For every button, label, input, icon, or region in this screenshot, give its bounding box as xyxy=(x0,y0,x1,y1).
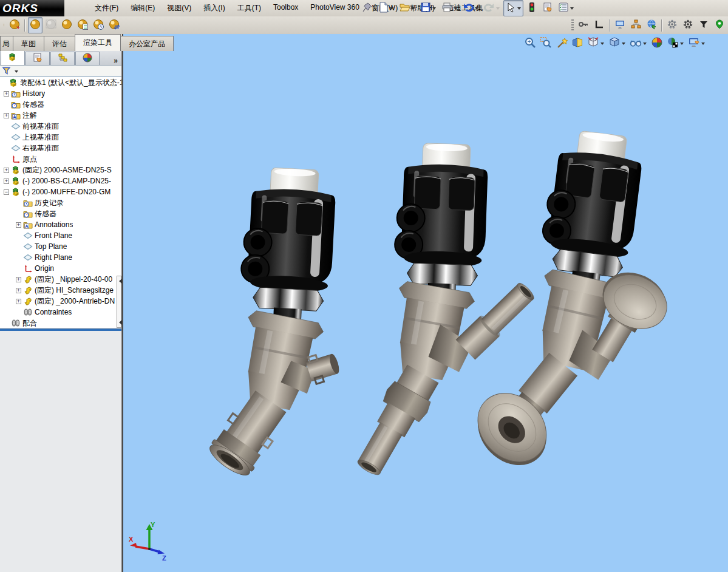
network-button[interactable] xyxy=(628,17,643,33)
zoom-fit-button[interactable] xyxy=(523,36,537,51)
rollback-bar[interactable] xyxy=(0,329,121,331)
fastener-button[interactable] xyxy=(576,17,591,33)
menu-item-插入I[interactable]: 插入(I) xyxy=(197,1,231,16)
zoom-area-button[interactable] xyxy=(539,36,553,51)
tree-expand-toggle[interactable]: + xyxy=(4,179,9,184)
pushpin-button[interactable] xyxy=(360,0,375,16)
hide-show-items-button[interactable] xyxy=(628,36,648,51)
tree-expand-toggle[interactable]: + xyxy=(4,168,9,173)
previous-view-button[interactable] xyxy=(554,36,569,51)
angle-bracket-button[interactable] xyxy=(592,17,607,33)
gear-button[interactable] xyxy=(665,17,679,33)
filter-dropdown-caret[interactable] xyxy=(15,70,18,75)
manager-tab-display-manager[interactable] xyxy=(75,52,100,65)
tree-item[interactable]: −(-) 2000-MUFFE-DN20-GM xyxy=(0,186,121,197)
tree-item[interactable]: 前视基准面 xyxy=(0,121,121,132)
tree-item[interactable]: +AAnnotations xyxy=(0,219,121,230)
apply-scene-button[interactable] xyxy=(665,36,685,51)
preview-window-button[interactable] xyxy=(44,17,58,33)
tree-item[interactable]: 历史记录 xyxy=(0,197,121,208)
menu-item-工具T[interactable]: 工具(T) xyxy=(231,1,267,16)
gear-dark-button[interactable] xyxy=(681,17,695,33)
hide-show-items-dropdown-caret[interactable] xyxy=(643,43,647,47)
menu-item-视图V[interactable]: 视图(V) xyxy=(161,1,197,16)
tree-item[interactable]: 装配体1 (默认<默认_显示状态-1 xyxy=(0,77,121,88)
tree-item[interactable]: 右视基准面 xyxy=(0,143,121,154)
section-view-button[interactable] xyxy=(570,36,585,51)
manager-tabs-overflow[interactable]: » xyxy=(110,56,121,65)
recall-last-render-button[interactable] xyxy=(107,17,121,33)
tree-item[interactable]: Front Plane xyxy=(0,230,121,241)
manager-tab-property-manager[interactable] xyxy=(26,52,50,65)
tree-expand-toggle[interactable]: + xyxy=(4,113,9,118)
tree-item[interactable]: Contraintes xyxy=(0,307,121,318)
tab-渲染工具[interactable]: 渲染工具 xyxy=(75,34,121,51)
new-document-dropdown-caret[interactable] xyxy=(390,7,393,12)
tree-expand-toggle[interactable]: + xyxy=(16,277,21,282)
edit-appearance-sphere-button[interactable] xyxy=(7,17,22,33)
rebuild-button[interactable] xyxy=(525,0,539,16)
filter-funnel-icon[interactable] xyxy=(2,66,12,76)
redo-button[interactable] xyxy=(482,0,502,16)
open-dropdown-caret[interactable] xyxy=(411,7,415,12)
tree-item[interactable]: +(固定) 2000-ASME-DN25-S xyxy=(0,165,121,175)
print-button[interactable] xyxy=(440,0,460,16)
tree-item[interactable]: +(-) 2000-BS-CLAMP-DN25- xyxy=(0,175,121,186)
manager-tab-configuration-manager[interactable] xyxy=(50,52,75,65)
print-dropdown-caret[interactable] xyxy=(454,7,457,12)
pin-green-button[interactable] xyxy=(712,17,727,33)
panel-resize-handle[interactable] xyxy=(117,276,121,328)
select-button[interactable] xyxy=(503,0,523,16)
viewport-canvas[interactable] xyxy=(122,34,728,572)
new-document-button[interactable] xyxy=(376,0,396,16)
tree-item[interactable]: 传感器 xyxy=(0,99,121,110)
tab-局[interactable]: 局 xyxy=(0,36,13,51)
tab-草图[interactable]: 草图 xyxy=(13,36,44,51)
save-dropdown-caret[interactable] xyxy=(432,7,436,12)
tree-item[interactable]: Origin xyxy=(0,263,121,274)
undo-dropdown-caret[interactable] xyxy=(475,7,478,12)
apply-scene-dropdown-caret[interactable] xyxy=(680,43,684,47)
view-settings-button[interactable] xyxy=(687,36,707,51)
tree-expand-toggle[interactable]: + xyxy=(16,299,21,304)
open-button[interactable] xyxy=(397,0,417,16)
tab-评估[interactable]: 评估 xyxy=(44,36,75,51)
tree-item[interactable]: 上视基准面 xyxy=(0,132,121,143)
funnel-button[interactable] xyxy=(696,17,711,33)
tree-item[interactable]: Top Plane xyxy=(0,241,121,252)
view-settings-dropdown-caret[interactable] xyxy=(701,43,705,47)
collapse-arrow-icon[interactable] xyxy=(117,279,122,284)
menu-item-文件F[interactable]: 文件(F) xyxy=(89,1,124,16)
tree-expand-toggle[interactable]: + xyxy=(4,91,9,97)
view-orientation-dropdown-caret[interactable] xyxy=(600,43,604,47)
integrated-preview-button[interactable] xyxy=(28,17,43,33)
tree-filter-bar[interactable] xyxy=(0,66,121,77)
tree-item[interactable]: Right Plane xyxy=(0,252,121,263)
save-button[interactable] xyxy=(418,0,438,16)
web-globe-button[interactable] xyxy=(644,17,659,33)
display-style-button[interactable] xyxy=(607,36,627,51)
collapse-arrow-icon[interactable] xyxy=(117,320,122,325)
file-properties-button[interactable] xyxy=(540,0,555,16)
schedule-render-button[interactable] xyxy=(91,17,106,33)
tree-item[interactable]: 传感器 xyxy=(0,208,121,219)
tree-item[interactable]: +(固定) _Nippel-20-40-00 xyxy=(0,274,121,285)
undo-button[interactable] xyxy=(461,0,481,16)
tree-expand-toggle[interactable]: − xyxy=(4,189,9,195)
options-button[interactable] xyxy=(556,0,576,16)
render-options-button[interactable] xyxy=(75,17,90,33)
menu-item-Toolbox[interactable]: Toolbox xyxy=(267,1,304,16)
redo-dropdown-caret[interactable] xyxy=(496,7,500,12)
display-style-dropdown-caret[interactable] xyxy=(622,43,625,47)
tree-item[interactable]: 原点 xyxy=(0,154,121,165)
menu-item-编辑E[interactable]: 编辑(E) xyxy=(124,1,161,16)
tree-item[interactable]: +(固定) HI_Schraegsitzge xyxy=(0,285,121,296)
edit-appearance-button[interactable] xyxy=(650,36,664,51)
view-orientation-button[interactable] xyxy=(586,36,606,51)
manager-tab-feature-tree[interactable] xyxy=(1,50,25,65)
select-dropdown-caret[interactable] xyxy=(517,7,521,12)
options-dropdown-caret[interactable] xyxy=(570,7,574,12)
tree-item[interactable]: +A注解 xyxy=(0,110,121,121)
final-render-button[interactable] xyxy=(60,17,74,33)
tree-item[interactable]: +History xyxy=(0,88,121,99)
